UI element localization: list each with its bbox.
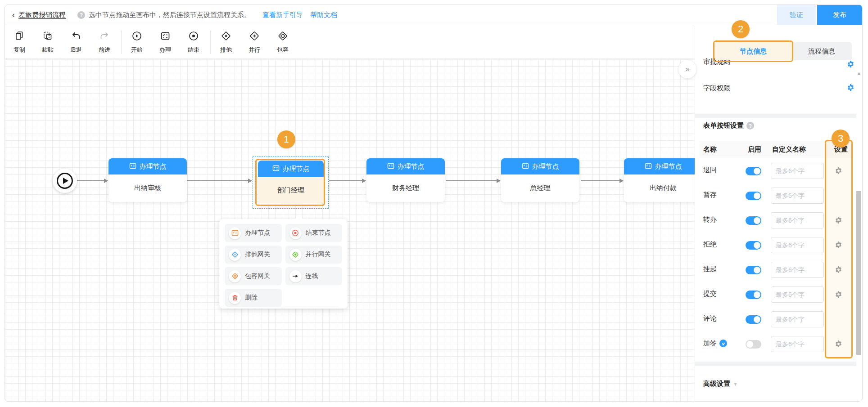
button-row-save-draft: 暂存 xyxy=(695,187,856,205)
node-type-label: 办理节点 xyxy=(655,162,682,171)
form-buttons-section-title: 表单按钮设置 ? xyxy=(703,121,754,130)
trash-icon xyxy=(229,292,241,304)
node-type-label: 办理节点 xyxy=(532,162,559,171)
scrollbar-up-icon[interactable]: ▲ xyxy=(857,71,861,76)
start-node[interactable] xyxy=(53,169,77,193)
redo-button[interactable]: 前进 xyxy=(91,31,118,54)
toggle-submit[interactable] xyxy=(746,291,761,299)
button-row-comment: 评论 xyxy=(695,310,856,328)
end-node-button[interactable]: 结束 xyxy=(180,31,207,54)
back-chevron-icon[interactable]: ‹ xyxy=(12,11,15,19)
button-row-reject: 拒绝 xyxy=(695,236,856,254)
gear-icon[interactable] xyxy=(835,291,842,300)
menu-item-end-node[interactable]: 结束节点 xyxy=(285,224,343,242)
scrollbar-thumb[interactable] xyxy=(856,191,861,355)
toggle-comment[interactable] xyxy=(746,315,761,324)
node-title: 出纳审核 xyxy=(108,174,187,202)
gear-icon[interactable] xyxy=(835,241,842,250)
task-form-icon xyxy=(129,162,136,171)
button-row-submit: 提交 xyxy=(695,286,856,304)
paste-button[interactable]: 粘贴 xyxy=(34,31,61,54)
section-divider xyxy=(695,114,856,118)
custom-name-input[interactable] xyxy=(771,188,824,204)
table-header: 名称 启用 自定义名称 设置 xyxy=(700,141,854,158)
inclusive-gateway-button[interactable]: 包容 xyxy=(269,31,296,54)
custom-name-input[interactable] xyxy=(771,163,824,179)
toggle-save-draft[interactable] xyxy=(746,192,761,200)
custom-name-input[interactable] xyxy=(771,286,824,303)
node-type-label: 办理节点 xyxy=(283,165,310,173)
undo-button[interactable]: 后退 xyxy=(63,31,90,54)
undo-icon xyxy=(71,31,81,43)
menu-item-parallel-gateway[interactable]: 并行网关 xyxy=(285,246,343,264)
flow-canvas[interactable]: 办理节点 出纳审核 办理节点 部门经理 1 办理节点 xyxy=(5,59,695,401)
menu-item-delete[interactable]: 删除 xyxy=(225,289,282,307)
help-circle-icon: ? xyxy=(746,122,754,130)
flow-designer-window: ‹ 差旅费报销流程 ? 选中节点拖动至画布中，然后连接节点设置流程关系。 查看新… xyxy=(5,4,863,402)
node-type-label: 办理节点 xyxy=(140,162,167,171)
tab-node-info[interactable]: 节点信息 xyxy=(715,42,791,60)
menu-item-exclusive-gateway[interactable]: 排他网关 xyxy=(225,246,282,264)
start-node-button[interactable]: 开始 xyxy=(123,31,150,54)
menu-item-inclusive-gateway[interactable]: 包容网关 xyxy=(225,267,282,285)
custom-name-input[interactable] xyxy=(771,212,824,228)
flow-node-finance-manager[interactable]: 办理节点 财务经理 xyxy=(366,158,445,202)
end-circle-icon xyxy=(188,31,199,43)
flow-edge xyxy=(77,180,108,181)
flow-edge xyxy=(446,180,500,181)
panel-tabs: 节点信息 流程信息 xyxy=(715,42,852,60)
help-circle-icon: ? xyxy=(77,11,85,19)
gear-icon[interactable] xyxy=(835,340,842,349)
task-node-button[interactable]: 办理 xyxy=(152,31,179,54)
inclusive-diamond-icon xyxy=(277,31,288,43)
toggle-suspend[interactable] xyxy=(746,266,761,274)
guide-link[interactable]: 查看新手引导 xyxy=(262,11,303,19)
docs-link[interactable]: 帮助文档 xyxy=(310,11,337,19)
parallel-gateway-button[interactable]: 并行 xyxy=(241,31,268,54)
flow-edge xyxy=(186,180,252,181)
button-row-transfer: 转办 xyxy=(695,211,856,229)
panel-collapse-button[interactable]: » xyxy=(678,60,696,78)
custom-name-input[interactable] xyxy=(771,262,824,278)
copy-icon xyxy=(14,31,25,43)
toolbar: 复制 粘贴 后退 前进 开始 办理 xyxy=(5,26,695,59)
parallel-diamond-icon xyxy=(249,31,260,43)
publish-button[interactable]: 发布 xyxy=(817,5,862,25)
menu-item-task-node[interactable]: 办理节点 xyxy=(225,224,282,242)
header-bar: ‹ 差旅费报销流程 ? 选中节点拖动至画布中，然后连接节点设置流程关系。 查看新… xyxy=(5,5,862,25)
page-title[interactable]: 差旅费报销流程 xyxy=(18,11,66,19)
tab-flow-info[interactable]: 流程信息 xyxy=(791,42,852,60)
gear-icon[interactable] xyxy=(847,84,854,93)
toggle-reject[interactable] xyxy=(746,241,761,250)
copy-button[interactable]: 复制 xyxy=(6,31,33,54)
menu-item-connect-line[interactable]: 连线 xyxy=(285,267,343,285)
custom-name-input[interactable] xyxy=(771,237,824,253)
menu-caret xyxy=(294,215,303,224)
node-context-menu: 办理节点 排他网关 包容网关 删除 xyxy=(219,219,348,309)
button-row-suspend: 挂起 xyxy=(695,261,856,279)
flow-node-dept-manager-selected[interactable]: 办理节点 部门经理 xyxy=(258,161,324,204)
double-chevron-right-icon: » xyxy=(685,65,689,74)
toggle-transfer[interactable] xyxy=(746,216,761,225)
custom-name-input[interactable] xyxy=(771,311,824,327)
exclusive-gateway-button[interactable]: 排他 xyxy=(212,31,240,54)
redo-icon xyxy=(99,31,110,43)
toolbar-separator xyxy=(210,31,211,54)
validate-button[interactable]: 验证 xyxy=(777,5,816,25)
editor-area: 复制 粘贴 后退 前进 开始 办理 xyxy=(5,26,695,401)
gear-icon[interactable] xyxy=(835,167,842,176)
toggle-return[interactable] xyxy=(746,167,761,175)
flow-node-cashier-payment[interactable]: 办理节点 出纳付款 xyxy=(624,158,695,202)
gear-icon[interactable] xyxy=(835,266,842,275)
advanced-settings[interactable]: 高级设置 ▼ xyxy=(703,380,738,388)
gear-icon[interactable] xyxy=(835,216,842,226)
custom-name-input[interactable] xyxy=(771,336,824,352)
toolbar-separator xyxy=(121,31,122,54)
section-field-permissions[interactable]: 字段权限 xyxy=(703,84,730,93)
flow-node-cashier-review[interactable]: 办理节点 出纳审核 xyxy=(108,158,187,202)
task-form-icon xyxy=(387,162,394,171)
toggle-countersign[interactable] xyxy=(746,340,761,349)
task-form-icon xyxy=(160,31,171,43)
flow-node-general-manager[interactable]: 办理节点 总经理 xyxy=(501,158,579,202)
gear-icon[interactable] xyxy=(847,60,854,70)
